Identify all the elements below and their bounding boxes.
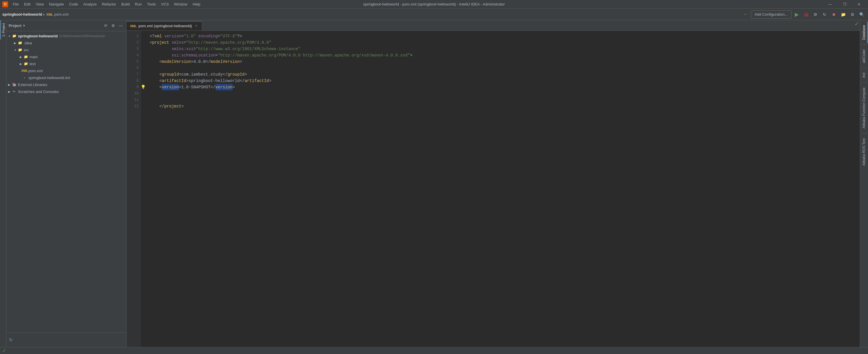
eq-2: = xyxy=(218,33,220,39)
tree-item-main[interactable]: ▶ 📁 main xyxy=(6,53,126,60)
bracket-7c: </ xyxy=(223,71,227,78)
right-tab-aikcoder[interactable]: aikCoder xyxy=(861,46,868,67)
xml-icon-pom: XML xyxy=(22,68,27,73)
menu-vcs[interactable]: VCS xyxy=(159,1,171,7)
val-xsi: "http://www.w3.org/2001/XMLSchema-instan… xyxy=(196,46,301,52)
tree-label-main: main xyxy=(30,55,38,59)
bracket-7d: > xyxy=(245,71,247,78)
minimize-button[interactable]: — xyxy=(824,0,837,9)
stop-button[interactable]: ■ xyxy=(830,10,838,19)
eq-5: = xyxy=(215,52,218,59)
menu-file[interactable]: File xyxy=(10,1,21,7)
settings-button[interactable]: ⚙ xyxy=(848,10,857,19)
bracket-5a: < xyxy=(159,59,162,65)
eq-1: = xyxy=(181,33,184,39)
line-num-2: 2 xyxy=(126,39,139,46)
debug-button[interactable]: 🐞 xyxy=(802,10,810,19)
menu-navigate[interactable]: Navigate xyxy=(46,1,66,7)
menu-help[interactable]: Help xyxy=(190,1,203,7)
tree-label-ext-lib: External Libraries xyxy=(18,83,47,87)
bracket-12b: > xyxy=(181,103,184,110)
right-tab-database[interactable]: Database xyxy=(861,22,868,43)
tag-artifactid: artifactId xyxy=(162,78,186,84)
profile-button[interactable]: ↻ xyxy=(820,10,829,19)
menu-window[interactable]: Window xyxy=(172,1,190,7)
tree-arrow-main: ▶ xyxy=(19,55,23,59)
line-numbers: 1 2 3 4 5 6 7 8 9 10 11 12 xyxy=(126,31,141,347)
tree-item-ext-lib[interactable]: ▶ 📚 External Libraries xyxy=(6,81,126,88)
menu-build[interactable]: Build xyxy=(119,1,132,7)
tree-arrow-src: ▾ xyxy=(13,48,18,52)
tag-artifactid-close: artifactId xyxy=(245,78,269,84)
file-icon: XML xyxy=(46,13,53,16)
code-line-12: </project> xyxy=(150,103,860,110)
menu-run[interactable]: Run xyxy=(133,1,144,7)
tree-item-iml[interactable]: ▶ ▪ springboot-helloworld.iml xyxy=(6,74,126,81)
code-content[interactable]: <?xml version="1.0" encoding="UTF-8"?> <… xyxy=(145,31,860,347)
tree-item-idea[interactable]: ▶ 📁 .idea xyxy=(6,39,126,46)
gutter-2 xyxy=(141,39,145,46)
panel-sync-button[interactable]: ⟳ xyxy=(102,23,109,29)
add-configuration-button[interactable]: Add Configuration... xyxy=(751,10,792,19)
code-line-11 xyxy=(150,97,860,103)
iml-icon: ▪ xyxy=(22,75,27,80)
tree-item-pom[interactable]: ▶ XML pom.xml xyxy=(6,67,126,74)
tab-xml-icon: XML xyxy=(130,24,137,28)
panel-sync-icon[interactable]: ↻ xyxy=(7,337,14,343)
code-line-9: <version>1.0-SNAPSHOT</version> xyxy=(150,84,860,90)
attr-version: version xyxy=(164,33,181,39)
coverage-button[interactable]: ⚙ xyxy=(811,10,819,19)
menu-view[interactable]: View xyxy=(33,1,46,7)
tree-item-scratches[interactable]: ▶ ✏ Scratches and Consoles xyxy=(6,88,126,95)
tab-close-button[interactable]: ✕ xyxy=(194,24,198,28)
bracket-9d: > xyxy=(232,84,235,90)
line-num-9: 9 xyxy=(126,84,139,90)
left-vertical-tab: 1: Project xyxy=(0,20,6,347)
gutter-10 xyxy=(141,90,145,97)
gutter-1 xyxy=(141,33,145,39)
tree-item-root[interactable]: ▾ 📁 springboot-helloworld D:\MyDeveloper… xyxy=(6,32,126,39)
search-everywhere-button[interactable]: 🔍 xyxy=(858,10,866,19)
panel-collapse-button[interactable]: — xyxy=(118,23,124,29)
file-tree: ▾ 📁 springboot-helloworld D:\MyDeveloper… xyxy=(6,31,126,332)
menu-refactor[interactable]: Refactor xyxy=(100,1,118,7)
bracket-8d: > xyxy=(269,78,271,84)
panel-title-button[interactable]: Project ▼ xyxy=(9,24,26,28)
menu-analyze[interactable]: Analyze xyxy=(81,1,99,7)
menu-code[interactable]: Code xyxy=(67,1,81,7)
line-num-6: 6 xyxy=(126,65,139,71)
tree-item-src[interactable]: ▾ 📁 src xyxy=(6,46,126,53)
code-line-4: xsi:schemaLocation="http://maven.apache.… xyxy=(150,52,860,59)
maximize-button[interactable]: ❐ xyxy=(838,0,851,9)
eq-4: = xyxy=(193,46,196,52)
menu-tools[interactable]: Tools xyxy=(145,1,158,7)
right-tab-alibaba-function[interactable]: Alibaba Function Compute xyxy=(861,84,868,132)
tab-pom-xml[interactable]: XML pom.xml (springboot-helloworld) ✕ xyxy=(126,21,202,30)
text-groupid: com.iambest.study xyxy=(181,71,223,78)
menu-edit[interactable]: Edit xyxy=(22,1,33,7)
project-tab[interactable]: 1: Project xyxy=(0,20,6,39)
bracket-8a: < xyxy=(159,78,162,84)
navigate-back-button[interactable]: ← xyxy=(742,10,750,19)
indent-9 xyxy=(150,84,159,90)
right-tab-ant[interactable]: Ant xyxy=(861,69,868,81)
gutter-8 xyxy=(141,78,145,84)
val-version: "1.0" xyxy=(184,33,196,39)
tree-item-test[interactable]: ▶ 📁 test xyxy=(6,60,126,67)
bulb-icon[interactable]: 💡 xyxy=(141,84,146,90)
tab-label: pom.xml (springboot-helloworld) xyxy=(138,24,192,28)
tag-version: version xyxy=(162,84,179,90)
bracket-5d: > xyxy=(240,59,242,65)
line-num-1: 1 xyxy=(126,33,139,39)
window-title: springboot-helloworld - pom.xml (springb… xyxy=(363,2,505,6)
project-structure-button[interactable]: 📁 xyxy=(839,10,847,19)
menu-bar: File Edit View Navigate Code Analyze Ref… xyxy=(10,1,203,7)
right-tab-alibaba-ros[interactable]: Alibaba ROS Tem xyxy=(861,135,868,169)
text-artifactid: springboot-helloworld xyxy=(188,78,240,84)
tag-groupid: groupId xyxy=(162,71,179,78)
close-button[interactable]: ✕ xyxy=(852,0,866,9)
tree-label-iml: springboot-helloworld.iml xyxy=(28,76,70,80)
panel-settings-button[interactable]: ⚙ xyxy=(110,23,116,29)
run-button[interactable]: ▶ xyxy=(793,10,801,19)
text-modelversion: 4.0.0 xyxy=(193,59,206,65)
